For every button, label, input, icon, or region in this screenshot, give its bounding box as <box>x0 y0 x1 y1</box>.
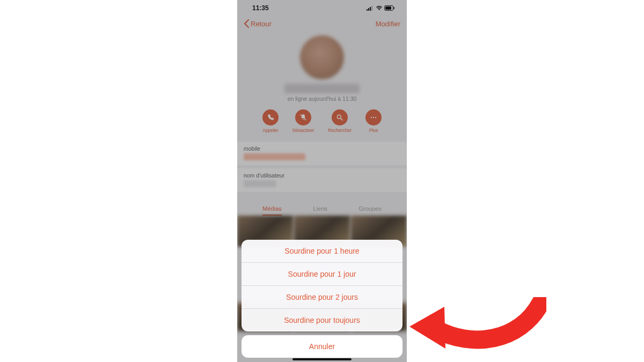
more-button[interactable]: Plus <box>365 109 382 133</box>
more-icon <box>370 114 377 121</box>
svg-rect-0 <box>367 9 368 11</box>
search-label: Rechercher <box>328 128 352 133</box>
mute-2-days-option[interactable]: Sourdine pour 2 jours <box>241 286 402 309</box>
mobile-label: mobile <box>244 145 400 152</box>
status-time: 11:35 <box>252 4 269 12</box>
mobile-value <box>244 153 305 160</box>
back-label: Retour <box>251 20 272 28</box>
search-icon <box>336 114 343 121</box>
svg-rect-3 <box>371 6 372 11</box>
svg-rect-2 <box>370 7 371 11</box>
mute-1-hour-option[interactable]: Sourdine pour 1 heure <box>241 240 402 263</box>
mobile-section[interactable]: mobile <box>237 142 407 165</box>
svg-rect-5 <box>385 6 391 10</box>
home-indicator[interactable] <box>292 358 352 360</box>
username-label: nom d'utilisateur <box>244 172 400 179</box>
tab-groups[interactable]: Groupes <box>358 205 381 212</box>
phone-icon <box>267 114 274 121</box>
status-bar: 11:35 <box>237 0 407 14</box>
tabs: Médias Liens Groupes <box>237 201 407 216</box>
mute-1-day-option[interactable]: Sourdine pour 1 jour <box>241 263 402 286</box>
callout-arrow <box>407 297 546 356</box>
back-button[interactable]: Retour <box>244 19 272 28</box>
svg-point-11 <box>373 117 374 118</box>
tab-links[interactable]: Liens <box>313 205 327 212</box>
battery-icon <box>384 5 395 11</box>
cancel-button[interactable]: Annuler <box>241 335 402 358</box>
svg-rect-6 <box>394 7 395 9</box>
chevron-left-icon <box>244 19 250 28</box>
more-label: Plus <box>369 128 378 133</box>
svg-point-12 <box>375 117 376 118</box>
tab-media[interactable]: Médias <box>262 205 281 212</box>
mute-button[interactable]: Désactiver <box>292 109 314 133</box>
call-label: Appeler <box>262 128 278 133</box>
call-button[interactable]: Appeler <box>262 109 279 133</box>
mute-forever-option[interactable]: Sourdine pour toujours <box>241 309 402 331</box>
svg-point-10 <box>371 117 372 118</box>
phone-screen: 11:35 Retour Modifier en ligne aujourd'h… <box>237 0 407 362</box>
contact-name <box>284 84 360 93</box>
username-value <box>244 180 276 187</box>
svg-rect-1 <box>368 8 369 11</box>
wifi-icon <box>376 5 383 11</box>
action-row: Appeler Désactiver Rechercher Plus <box>237 109 407 133</box>
mute-label: Désactiver <box>292 128 314 133</box>
avatar[interactable] <box>300 35 344 79</box>
svg-line-9 <box>341 119 343 121</box>
bell-off-icon <box>299 114 307 121</box>
username-section[interactable]: nom d'utilisateur <box>237 168 407 192</box>
status-icons <box>367 5 395 11</box>
edit-button[interactable]: Modifier <box>376 20 400 28</box>
action-sheet: Sourdine pour 1 heure Sourdine pour 1 jo… <box>237 240 407 362</box>
signal-icon <box>367 5 374 11</box>
presence-text: en ligne aujourd'hui à 11:30 <box>237 95 407 102</box>
search-button[interactable]: Rechercher <box>328 109 352 133</box>
nav-bar: Retour Modifier <box>237 14 407 33</box>
